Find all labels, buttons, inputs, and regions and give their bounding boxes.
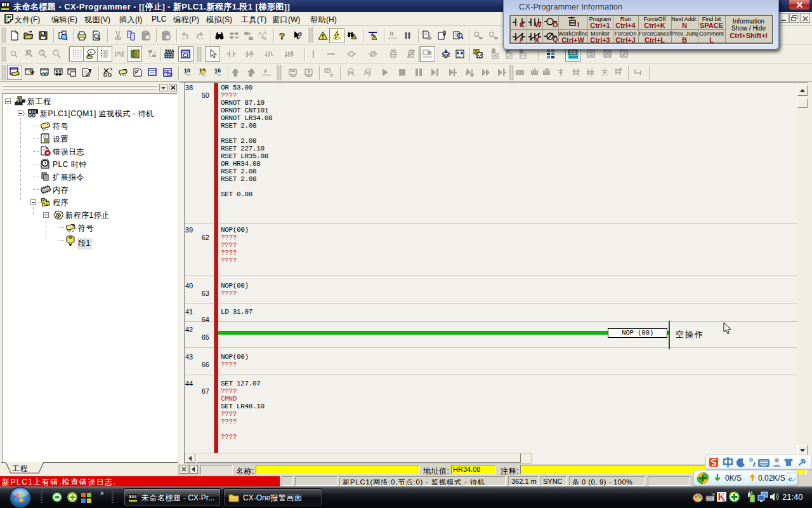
svg-text:X: X: [535, 36, 540, 43]
svg-text:roron: roron: [569, 55, 578, 58]
svg-text:roron: roron: [388, 36, 397, 40]
svg-text:B: B: [263, 36, 266, 41]
svg-text:10: 10: [184, 67, 190, 74]
svg-text:Q: Q: [553, 36, 558, 43]
svg-text:?: ?: [298, 31, 302, 40]
svg-text:HH: HH: [570, 50, 576, 55]
svg-text:CI: CI: [183, 52, 188, 58]
svg-text:roron: roron: [423, 55, 432, 58]
svg-text:O: O: [553, 21, 558, 29]
svg-text:Z: Z: [589, 51, 593, 57]
svg-text:?: ?: [279, 30, 285, 41]
svg-text:W: W: [535, 21, 542, 29]
svg-text:16: 16: [214, 67, 221, 74]
svg-text:5MA: 5MA: [165, 49, 174, 53]
svg-text:?: ?: [712, 493, 715, 497]
svg-text:002: 002: [168, 73, 173, 76]
svg-text:/: /: [520, 36, 521, 43]
svg-text:w: w: [89, 50, 92, 54]
svg-text:roron: roron: [262, 73, 271, 77]
svg-text:A: A: [258, 30, 262, 36]
svg-text:C: C: [520, 21, 525, 29]
svg-text:e: e: [789, 474, 792, 483]
svg-text:Q: Q: [41, 51, 44, 56]
svg-text:I: I: [577, 21, 579, 29]
